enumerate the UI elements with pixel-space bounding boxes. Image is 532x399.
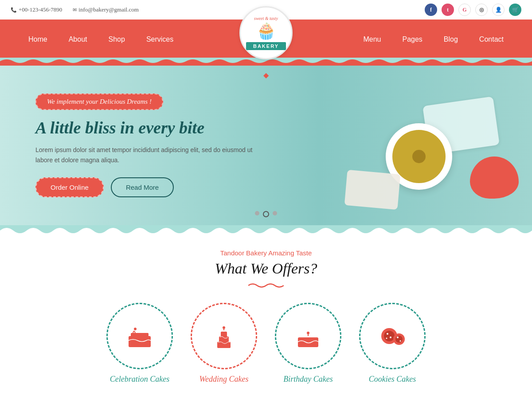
hero-content: We implement your Delicious Dreams ! A l… (0, 94, 293, 197)
navbar: Home About Shop Services sweet & tasty 🧁… (0, 24, 532, 55)
offer-card-celebration: Celebration Cakes (106, 303, 173, 384)
hero-title: A little bliss in every bite (35, 118, 257, 138)
food-bread (344, 170, 401, 210)
offers-section: Tandoor Bakery Amazing Taste What We Off… (0, 236, 532, 397)
offer-card-wedding: Wedding Cakes (191, 303, 257, 384)
svg-point-12 (384, 331, 395, 341)
offers-title: What We Offers? (18, 260, 514, 277)
food-bowl-inner (392, 130, 446, 183)
svg-point-14 (395, 336, 403, 343)
order-online-button[interactable]: Order Online (35, 177, 104, 197)
twitter-icon[interactable]: t (442, 4, 454, 16)
offers-wave (18, 281, 514, 292)
celebration-cakes-label: Celebration Cakes (110, 375, 169, 384)
hero-description: Lorem ipsum dolor sit amet tempor incidi… (35, 145, 257, 165)
user-icon[interactable]: 👤 (492, 4, 505, 16)
cake-svg-3 (293, 321, 324, 352)
topbar-contact: +00-123-456-7890 info@bakery@gmail.com (11, 6, 139, 13)
svg-rect-3 (217, 342, 231, 348)
nav-contact[interactable]: Contact (469, 24, 514, 55)
footer-wave (0, 397, 532, 399)
svg-rect-1 (131, 333, 149, 337)
nav-menu[interactable]: Menu (352, 24, 391, 55)
google-icon[interactable]: G (458, 4, 471, 16)
nav-shop[interactable]: Shop (98, 24, 136, 55)
phone-number[interactable]: +00-123-456-7890 (11, 6, 62, 13)
svg-point-17 (386, 338, 387, 339)
nav-pages[interactable]: Pages (391, 24, 433, 55)
slider-dot-3[interactable] (273, 211, 277, 215)
food-bowl-leaf (412, 150, 426, 163)
cart-icon[interactable]: 🛒 (509, 4, 521, 16)
celebration-cakes-icon (106, 303, 173, 369)
nav-home[interactable]: Home (18, 24, 58, 55)
slider-dot-1[interactable] (255, 211, 259, 215)
svg-rect-8 (298, 337, 318, 347)
nav-left-links: Home About Shop Services (18, 24, 184, 55)
hero-badge: We implement your Delicious Dreams ! (35, 94, 163, 110)
svg-point-10 (307, 332, 309, 334)
hero-buttons: Order Online Read More (35, 177, 257, 197)
logo: sweet & tasty 🧁 BAKERY (239, 6, 293, 59)
svg-point-15 (387, 333, 388, 335)
nav-services[interactable]: Services (136, 24, 184, 55)
email-address[interactable]: info@bakery@gmail.com (73, 6, 139, 13)
wedding-cakes-label: Wedding Cakes (200, 375, 249, 384)
logo-badge: BAKERY (246, 42, 286, 50)
diamond-decor: ◆ (263, 71, 269, 79)
logo-tagline: sweet & tasty (254, 16, 278, 21)
birthday-cakes-icon (275, 303, 341, 369)
hero-section: ◆ We implement your Delicious Dreams ! A… (0, 66, 532, 225)
nav-blog[interactable]: Blog (433, 24, 469, 55)
svg-point-16 (390, 336, 391, 338)
svg-point-18 (397, 336, 399, 338)
cake-svg-1 (124, 321, 155, 352)
slider-dots (255, 211, 277, 217)
svg-point-2 (134, 328, 137, 330)
logo-circle: sweet & tasty 🧁 BAKERY (239, 6, 293, 59)
birthday-cakes-label: Birthday Cakes (283, 375, 332, 384)
food-tomato (470, 156, 519, 199)
slider-dot-2[interactable] (263, 211, 269, 217)
offers-subtitle: Tandoor Bakery Amazing Taste (18, 249, 514, 257)
read-more-button[interactable]: Read More (111, 177, 174, 197)
facebook-icon[interactable]: f (425, 4, 437, 16)
cupcake-icon: 🧁 (256, 22, 276, 40)
wave-divider (0, 225, 532, 236)
cookie-svg (377, 321, 408, 352)
svg-point-19 (400, 340, 401, 342)
cookies-cakes-icon (359, 303, 426, 369)
instagram-icon[interactable]: ◎ (475, 4, 488, 16)
wedding-cakes-icon (191, 303, 257, 369)
nav-right-links: Menu Pages Blog Contact (352, 24, 514, 55)
topbar-social: f t G ◎ 👤 🛒 (425, 4, 521, 16)
cake-svg-2 (208, 321, 239, 352)
offers-cards: Celebration Cakes Wedding Cakes (18, 303, 514, 384)
svg-point-7 (223, 326, 225, 329)
offer-card-birthday: Birthday Cakes (275, 303, 341, 384)
nav-about[interactable]: About (58, 24, 98, 55)
cookies-cakes-label: Cookies Cakes (369, 375, 416, 384)
offer-card-cookies: Cookies Cakes (359, 303, 426, 384)
